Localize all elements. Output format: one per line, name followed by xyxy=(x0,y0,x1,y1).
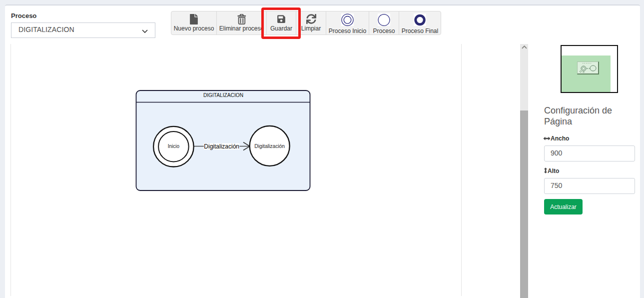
svg-text:Digitalización: Digitalización xyxy=(254,144,285,149)
svg-text:Digitalización: Digitalización xyxy=(204,143,239,150)
svg-text:DIGITALIZACION: DIGITALIZACION xyxy=(203,92,243,98)
svg-text:Inicio: Inicio xyxy=(168,144,180,149)
